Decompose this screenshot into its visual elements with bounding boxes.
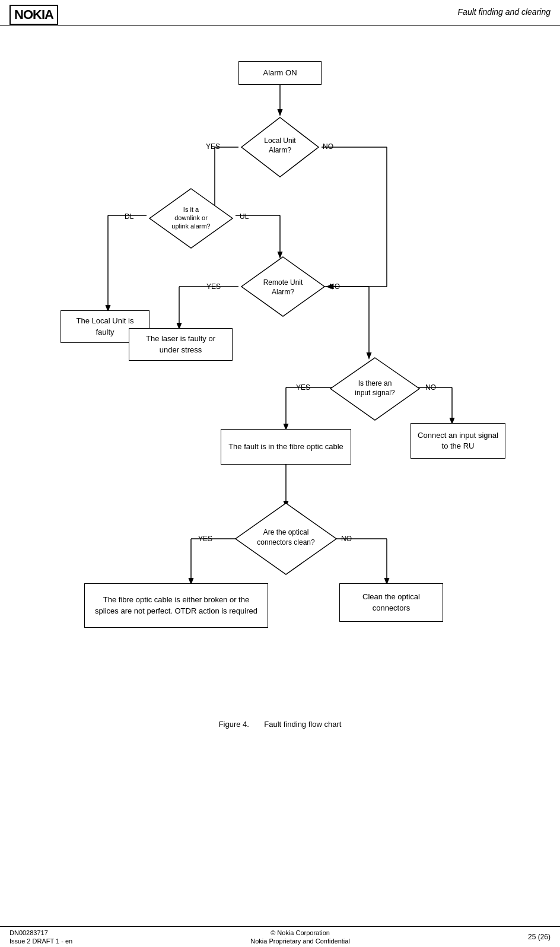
local-alarm-no-label: NO (323, 142, 333, 151)
footer-page: 25 (26) (528, 933, 551, 941)
svg-text:Is there an: Is there an (358, 379, 392, 387)
svg-text:uplink alarm?: uplink alarm? (171, 223, 210, 230)
doc-number: DN00283717 (9, 929, 72, 936)
dl-label: DL (125, 212, 133, 221)
svg-text:Alarm?: Alarm? (272, 288, 294, 296)
svg-text:input signal?: input signal? (355, 389, 395, 397)
nokia-logo: NOKIA (9, 5, 58, 25)
downlink-uplink-diamond: Is it a downlink or uplink alarm? (147, 186, 236, 251)
clean-connectors-box: Clean the optical connectors (339, 583, 443, 622)
input-signal-diamond: Is there an input signal? (327, 355, 422, 423)
svg-text:Alarm?: Alarm? (269, 146, 291, 154)
svg-text:Is it a: Is it a (183, 206, 199, 213)
svg-text:downlink or: downlink or (174, 214, 208, 221)
ul-label: UL (240, 212, 249, 221)
svg-text:connectors clean?: connectors clean? (257, 538, 315, 546)
issue: Issue 2 DRAFT 1 - en (9, 938, 72, 945)
footer-center: © Nokia Corporation Nokia Proprietary an… (250, 929, 350, 945)
remote-alarm-no-label: NO (329, 282, 340, 291)
local-unit-alarm-diamond: Local Unit Alarm? (238, 115, 322, 180)
page-header: NOKIA Fault finding and clearing (0, 0, 560, 26)
svg-text:Local Unit: Local Unit (264, 136, 296, 145)
figure-number: Figure 4. (219, 720, 249, 729)
optical-no-label: NO (341, 535, 352, 543)
page-footer: DN00283717 Issue 2 DRAFT 1 - en © Nokia … (0, 926, 560, 947)
fault-fibre-box: The fault is in the fibre optic cable (221, 429, 351, 465)
input-signal-yes-label: YES (296, 383, 310, 392)
alarm-on-box: Alarm ON (238, 61, 322, 85)
optical-yes-label: YES (198, 535, 212, 543)
svg-text:Remote Unit: Remote Unit (263, 278, 303, 287)
main-content: Alarm ON Local Unit Alarm? YES NO Is it … (0, 26, 560, 741)
local-alarm-yes-label: YES (206, 142, 220, 151)
optical-clean-diamond: Are the optical connectors clean? (233, 500, 339, 577)
laser-faulty-box: The laser is faulty or under stress (129, 328, 233, 361)
svg-marker-31 (241, 257, 324, 316)
remote-alarm-yes-label: YES (206, 282, 221, 291)
footer-left: DN00283717 Issue 2 DRAFT 1 - en (9, 929, 72, 945)
figure-caption: Figure 4. Fault finding flow chart (219, 720, 342, 729)
svg-text:Are the optical: Are the optical (263, 528, 309, 536)
fibre-broken-box: The fibre optic cable is either broken o… (84, 583, 268, 628)
company: Nokia Proprietary and Confidential (250, 938, 350, 945)
copyright: © Nokia Corporation (271, 929, 330, 936)
remote-unit-alarm-diamond: Remote Unit Alarm? (238, 254, 327, 319)
input-signal-no-label: NO (425, 383, 436, 392)
figure-caption-text: Fault finding flow chart (264, 720, 341, 729)
flowchart-container: Alarm ON Local Unit Alarm? YES NO Is it … (37, 37, 523, 702)
connect-input-box: Connect an input signal to the RU (411, 423, 505, 459)
page-title: Fault finding and clearing (458, 5, 551, 17)
